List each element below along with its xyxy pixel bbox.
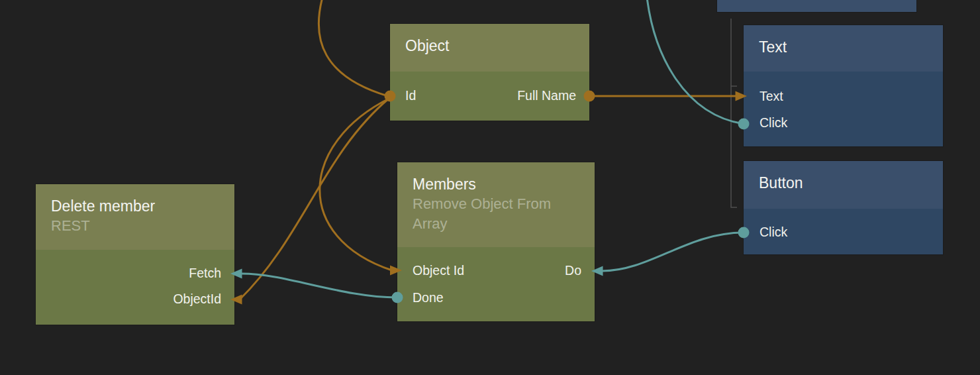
node-button-title: Button	[759, 173, 928, 193]
port-object-id[interactable]: Id	[405, 87, 416, 104]
node-delete-member-title: Delete member	[51, 196, 220, 216]
connection-object-id-to-deletemember-objectid[interactable]	[240, 98, 389, 299]
node-button[interactable]: Button Click	[744, 161, 943, 254]
port-object-full-name[interactable]: Full Name	[517, 87, 576, 104]
port-button-click[interactable]: Click	[760, 223, 787, 241]
node-button-body: Click	[744, 209, 943, 254]
node-text-body: Text Click	[744, 72, 943, 146]
port-members-do[interactable]: Do	[565, 262, 581, 279]
node-members-body: Object Id Do Done	[397, 247, 595, 321]
connection-members-done-to-deletemember-fetch[interactable]	[242, 274, 397, 297]
node-delete-member-body: Fetch ObjectId	[36, 250, 234, 325]
node-delete-member-header[interactable]: Delete member REST	[36, 184, 234, 250]
node-members-title: Members	[413, 174, 580, 194]
node-delete-member-subtitle: REST	[51, 216, 220, 236]
port-delete-member-objectid-label: ObjectId	[173, 292, 221, 306]
connection-text-click-to-offscreen[interactable]	[647, 0, 744, 124]
port-members-object-id[interactable]: Object Id	[413, 262, 464, 279]
node-object-title: Object	[405, 36, 575, 56]
port-object-full-name-label: Full Name	[517, 88, 576, 103]
node-object[interactable]: Object Id Full Name	[390, 24, 589, 121]
hierarchy-line	[731, 19, 737, 207]
port-text-text[interactable]: Text	[760, 87, 783, 105]
connection-offscreen-to-object-id[interactable]	[318, 0, 388, 96]
partial-node-top[interactable]	[717, 0, 916, 12]
port-members-object-id-label: Object Id	[413, 263, 464, 278]
node-members-header[interactable]: Members Remove Object From Array	[397, 162, 595, 247]
port-object-id-label: Id	[405, 88, 416, 103]
port-text-text-label: Text	[760, 89, 783, 103]
node-object-body: Id Full Name	[390, 72, 589, 121]
port-members-done[interactable]: Done	[413, 289, 444, 306]
connection-object-id-to-members-objectid[interactable]	[320, 98, 392, 270]
node-delete-member[interactable]: Delete member REST Fetch ObjectId	[36, 184, 234, 325]
port-members-do-label: Do	[565, 263, 581, 278]
node-members-subtitle: Remove Object From Array	[413, 194, 580, 234]
port-button-click-label: Click	[760, 225, 787, 239]
node-text-header[interactable]: Text	[744, 25, 943, 72]
node-graph-canvas[interactable]: Object Id Full Name Members Remove Objec…	[0, 0, 980, 375]
node-text[interactable]: Text Text Click	[744, 25, 943, 146]
node-members[interactable]: Members Remove Object From Array Object …	[397, 162, 595, 321]
port-delete-member-fetch-label: Fetch	[189, 266, 221, 280]
port-text-click-label: Click	[760, 115, 787, 130]
connection-button-click-to-members-do[interactable]	[602, 233, 744, 271]
port-delete-member-fetch[interactable]: Fetch	[189, 264, 221, 282]
port-text-click[interactable]: Click	[760, 114, 787, 131]
node-object-header[interactable]: Object	[390, 24, 589, 72]
port-delete-member-objectid[interactable]: ObjectId	[173, 290, 221, 307]
node-button-header[interactable]: Button	[744, 161, 943, 209]
node-text-title: Text	[759, 37, 928, 57]
port-members-done-label: Done	[413, 290, 444, 305]
